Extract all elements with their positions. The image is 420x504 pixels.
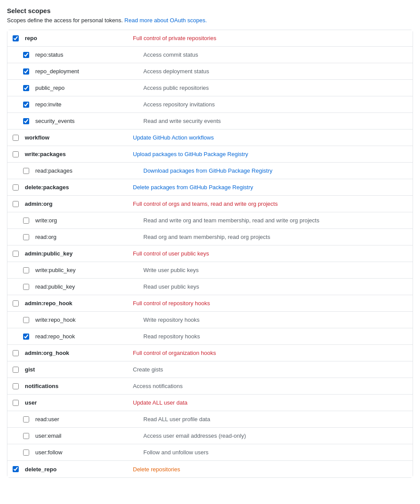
scope-description: Full control of repository hooks: [129, 300, 407, 306]
checkbox-cell: [13, 184, 21, 191]
scope-name: write:packages: [25, 151, 129, 157]
scope-checkbox-repo_invite[interactable]: [23, 102, 29, 108]
parent-scope-row: notificationsAccess notifications: [7, 378, 413, 395]
scope-name: user:email: [35, 432, 140, 439]
scope-checkbox-write_repo_hook[interactable]: [23, 317, 29, 323]
checkbox-cell: [23, 450, 32, 456]
checkbox-cell: [13, 400, 21, 406]
parent-scope-row: delete_repoDelete repositories: [7, 461, 413, 477]
parent-scope-row: write:packagesUpload packages to GitHub …: [7, 146, 413, 163]
scope-checkbox-repo[interactable]: [13, 35, 19, 41]
scope-description: Full control of private repositories: [129, 35, 407, 41]
scope-checkbox-user_email[interactable]: [23, 433, 29, 439]
scope-checkbox-admin_org_hook[interactable]: [13, 350, 19, 356]
scope-description: Full control of user public keys: [129, 250, 407, 257]
scope-checkbox-read_public_key[interactable]: [23, 284, 29, 290]
child-scope-row: repo:statusAccess commit status: [7, 47, 413, 63]
child-scope-row: user:followFollow and unfollow users: [7, 444, 413, 461]
scope-description: Delete packages from GitHub Package Regi…: [129, 184, 407, 191]
scope-checkbox-admin_public_key[interactable]: [13, 251, 19, 257]
parent-scope-row: admin:repo_hookFull control of repositor…: [7, 295, 413, 312]
checkbox-cell: [23, 267, 32, 273]
child-scope-row: read:userRead ALL user profile data: [7, 411, 413, 428]
scope-checkbox-repo_deployment[interactable]: [23, 68, 29, 75]
scope-name: write:public_key: [35, 267, 140, 273]
scope-checkbox-read_org[interactable]: [23, 234, 29, 240]
checkbox-cell: [13, 151, 21, 157]
scope-name: user: [25, 399, 129, 406]
scope-name: delete:packages: [25, 184, 129, 191]
scope-name: gist: [25, 366, 129, 373]
scope-description: Update GitHub Action workflows: [129, 134, 407, 141]
scope-checkbox-read_user[interactable]: [23, 416, 29, 422]
scope-checkbox-read_packages[interactable]: [23, 168, 29, 174]
parent-scope-row: repoFull control of private repositories: [7, 30, 413, 47]
scope-description: Access user email addresses (read-only): [140, 432, 407, 439]
child-scope-row: repo:inviteAccess repository invitations: [7, 96, 413, 113]
scope-description: Read and write org and team membership, …: [140, 217, 407, 224]
checkbox-cell: [23, 416, 32, 422]
scope-name: read:user: [35, 416, 140, 422]
checkbox-cell: [23, 317, 32, 323]
scope-description: Access deployment status: [140, 68, 407, 75]
scope-description: Read user public keys: [140, 283, 407, 290]
checkbox-cell: [23, 334, 32, 340]
scope-checkbox-gist[interactable]: [13, 367, 19, 373]
oauth-scopes-link[interactable]: Read more about OAuth scopes.: [125, 17, 207, 24]
checkbox-cell: [23, 218, 32, 224]
scope-checkbox-delete_repo[interactable]: [13, 466, 19, 472]
scope-description: Read and write security events: [140, 118, 407, 124]
parent-scope-row: delete:packagesDelete packages from GitH…: [7, 179, 413, 196]
scope-description: Full control of organization hooks: [129, 350, 407, 356]
scope-checkbox-public_repo[interactable]: [23, 85, 29, 91]
scope-name: public_repo: [35, 85, 140, 91]
scope-checkbox-user[interactable]: [13, 400, 19, 406]
scope-description: Delete repositories: [129, 466, 407, 473]
scope-description: Create gists: [129, 366, 407, 373]
scope-description: Read repository hooks: [140, 333, 407, 340]
checkbox-cell: [13, 466, 21, 472]
scope-name: admin:org: [25, 201, 129, 207]
scope-description: Write user public keys: [140, 267, 407, 273]
scope-checkbox-write_packages[interactable]: [13, 151, 19, 157]
scope-checkbox-security_events[interactable]: [23, 118, 29, 124]
scope-checkbox-read_repo_hook[interactable]: [23, 334, 29, 340]
scope-description: Read org and team membership, read org p…: [140, 234, 407, 240]
scope-name: repo:invite: [35, 101, 140, 108]
scope-checkbox-write_org[interactable]: [23, 218, 29, 224]
scope-checkbox-admin_org[interactable]: [13, 201, 19, 207]
child-scope-row: write:public_keyWrite user public keys: [7, 262, 413, 279]
checkbox-cell: [13, 251, 21, 257]
checkbox-cell: [13, 383, 21, 389]
scope-name: read:repo_hook: [35, 333, 140, 340]
child-scope-row: write:orgRead and write org and team mem…: [7, 212, 413, 229]
scope-name: user:follow: [35, 449, 140, 456]
scope-description: Download packages from GitHub Package Re…: [140, 167, 407, 174]
child-scope-row: public_repoAccess public repositories: [7, 80, 413, 96]
scope-checkbox-write_public_key[interactable]: [23, 267, 29, 273]
checkbox-cell: [23, 102, 32, 108]
scope-name: write:org: [35, 217, 140, 224]
scope-checkbox-notifications[interactable]: [13, 383, 19, 389]
scope-name: write:repo_hook: [35, 317, 140, 323]
scope-checkbox-delete_packages[interactable]: [13, 184, 19, 191]
scope-checkbox-workflow[interactable]: [13, 135, 19, 141]
scope-name: notifications: [25, 383, 129, 389]
checkbox-cell: [13, 35, 21, 41]
scope-checkbox-user_follow[interactable]: [23, 450, 29, 456]
scope-description: Full control of orgs and teams, read and…: [129, 201, 407, 207]
scope-name: repo:status: [35, 51, 140, 58]
checkbox-cell: [13, 300, 21, 306]
parent-scope-row: admin:public_keyFull control of user pub…: [7, 245, 413, 262]
scope-name: read:packages: [35, 167, 140, 174]
scope-description: Read ALL user profile data: [140, 416, 407, 422]
scope-description: Update ALL user data: [129, 399, 407, 406]
page-description: Scopes define the access for personal to…: [7, 17, 413, 24]
scope-checkbox-admin_repo_hook[interactable]: [13, 300, 19, 306]
scope-name: admin:public_key: [25, 250, 129, 257]
scope-checkbox-repo_status[interactable]: [23, 52, 29, 58]
scope-description: Write repository hooks: [140, 317, 407, 323]
checkbox-cell: [13, 367, 21, 373]
scope-description: Access public repositories: [140, 85, 407, 91]
child-scope-row: read:public_keyRead user public keys: [7, 279, 413, 295]
